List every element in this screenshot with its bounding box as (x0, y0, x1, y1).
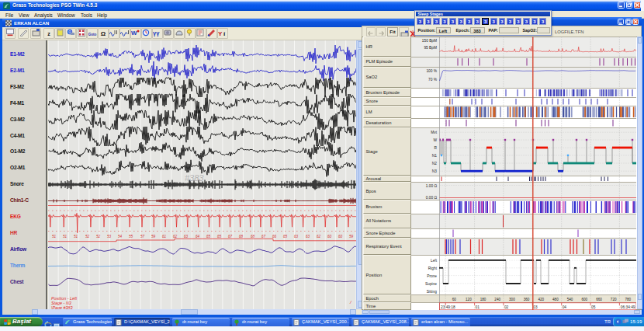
svg-text:68: 68 (239, 234, 244, 238)
svg-text:03: 03 (533, 305, 538, 309)
svg-text:í: í (223, 30, 226, 37)
svg-text:63: 63 (184, 234, 189, 238)
svg-text:51: 51 (74, 234, 78, 238)
svg-text:540: 540 (567, 298, 573, 301)
svg-text:67: 67 (261, 234, 266, 238)
svg-text:60: 60 (327, 234, 332, 238)
svg-text:02: 02 (504, 305, 509, 309)
svg-text:360: 360 (524, 298, 530, 301)
svg-text:60: 60 (338, 234, 343, 238)
svg-text:600: 600 (581, 298, 587, 301)
svg-text:65: 65 (217, 234, 222, 238)
svg-text:180: 180 (480, 298, 486, 301)
svg-text:Prone: Prone (427, 274, 437, 277)
svg-text:23:49:18: 23:49:18 (441, 305, 455, 309)
svg-text:04: 04 (563, 305, 567, 309)
svg-text:R: R (435, 146, 438, 150)
svg-text:68: 68 (251, 234, 255, 238)
svg-text:62: 62 (173, 234, 178, 238)
svg-text:W: W (433, 138, 437, 142)
svg-text:67: 67 (228, 234, 233, 238)
svg-text:95 BpM: 95 BpM (424, 45, 437, 49)
svg-text:420: 420 (538, 298, 544, 301)
svg-text:780: 780 (625, 298, 631, 301)
svg-text:66: 66 (272, 234, 277, 238)
svg-text:240: 240 (494, 298, 500, 301)
svg-text:Mvt: Mvt (431, 131, 437, 134)
svg-text:N2: N2 (432, 162, 437, 166)
svg-text:65: 65 (206, 234, 211, 238)
svg-text:1.00 Ω: 1.00 Ω (426, 183, 438, 187)
svg-text:Left: Left (431, 258, 438, 262)
svg-text:64: 64 (196, 234, 200, 238)
svg-text:52: 52 (96, 234, 101, 238)
svg-text:60: 60 (452, 298, 457, 301)
svg-text:150 BpM: 150 BpM (422, 39, 437, 43)
svg-text:51: 51 (63, 234, 68, 238)
svg-text:70 %: 70 % (428, 78, 438, 82)
svg-text:63: 63 (294, 234, 299, 238)
svg-text:W: W (131, 30, 137, 37)
svg-text:59: 59 (349, 234, 354, 238)
svg-text:300: 300 (509, 298, 515, 301)
svg-text:06:34:49: 06:34:49 (621, 305, 635, 309)
svg-text:Y: Y (218, 30, 223, 37)
svg-text:үү: үү (153, 30, 160, 37)
svg-text:65: 65 (283, 234, 288, 238)
svg-text:54: 54 (118, 234, 123, 238)
svg-text:Right: Right (428, 266, 438, 270)
svg-text:N3: N3 (432, 169, 437, 173)
svg-text:61: 61 (162, 234, 167, 238)
svg-text:62: 62 (317, 234, 321, 238)
svg-text:Supine: Supine (425, 281, 437, 285)
svg-text:0.00 Ω: 0.00 Ω (426, 196, 438, 200)
svg-text:57: 57 (140, 234, 145, 238)
svg-text:05: 05 (591, 305, 596, 309)
svg-text:660: 660 (596, 298, 602, 301)
svg-text:53: 53 (107, 234, 112, 238)
svg-text:59: 59 (151, 234, 156, 238)
svg-text:480: 480 (552, 298, 559, 301)
svg-text:#383: #383 (185, 173, 204, 183)
svg-text:55: 55 (129, 234, 133, 238)
svg-text:51: 51 (52, 234, 57, 238)
svg-text:N1: N1 (432, 153, 437, 157)
svg-text:63: 63 (306, 234, 310, 238)
svg-text:Sitting: Sitting (427, 289, 438, 293)
svg-text:100 %: 100 % (426, 68, 437, 72)
svg-text:01: 01 (476, 305, 480, 309)
svg-text:120: 120 (466, 298, 472, 301)
svg-text:52: 52 (85, 234, 90, 238)
svg-text:720: 720 (611, 298, 617, 301)
